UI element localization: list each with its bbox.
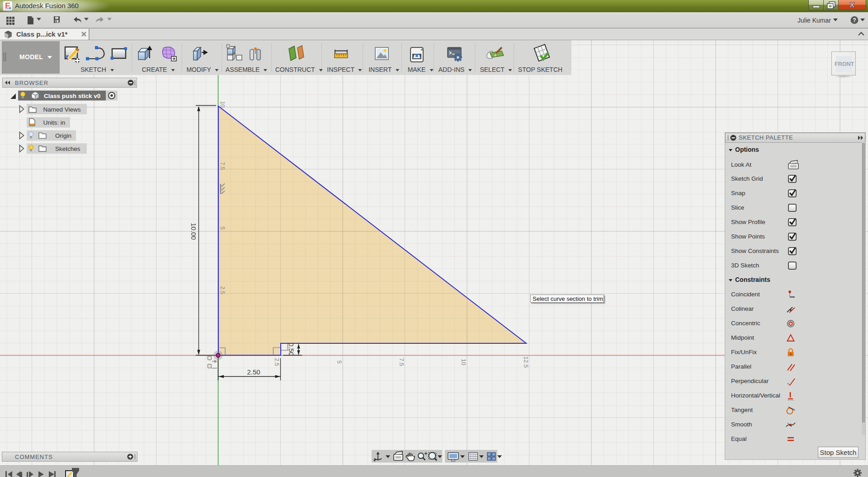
svg-text:10: 10	[219, 101, 226, 108]
svg-text:10: 10	[460, 359, 467, 365]
svg-text:2.50: 2.50	[247, 368, 260, 376]
svg-text:5: 5	[219, 226, 226, 229]
svg-text:?: ?	[853, 17, 856, 23]
svg-text:Named Views: Named Views	[43, 106, 81, 113]
svg-text:BROWSER: BROWSER	[15, 80, 48, 86]
svg-text:Units: in: Units: in	[43, 119, 66, 126]
svg-text:Class push stick v0: Class push stick v0	[44, 93, 100, 99]
svg-text:2.5: 2.5	[219, 286, 226, 294]
svg-text:COMMENTS: COMMENTS	[15, 454, 53, 460]
svg-text:7.5: 7.5	[219, 162, 226, 170]
svg-text:2.5: 2.5	[274, 358, 280, 366]
svg-text:Sketches: Sketches	[55, 145, 80, 152]
svg-text:7.5: 7.5	[398, 358, 405, 366]
svg-text:Origin: Origin	[55, 132, 71, 139]
svg-text:5: 5	[336, 360, 343, 364]
svg-text:X: X	[849, 1, 855, 9]
svg-text:0.50: 0.50	[288, 342, 295, 355]
svg-text:12.5: 12.5	[523, 356, 529, 368]
svg-text:10.00: 10.00	[190, 223, 198, 240]
